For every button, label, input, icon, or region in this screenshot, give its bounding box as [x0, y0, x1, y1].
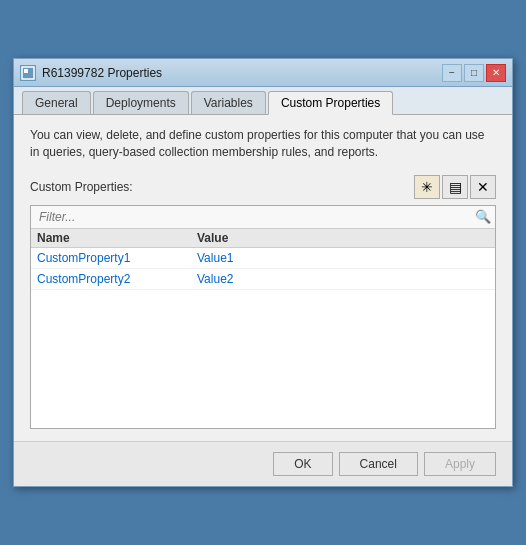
cell-value-2: Value2 [197, 272, 489, 286]
tab-content: You can view, delete, and define custom … [14, 115, 512, 441]
cancel-button[interactable]: Cancel [339, 452, 418, 476]
filter-input[interactable] [35, 208, 475, 226]
filter-row: 🔍 [31, 206, 495, 229]
table-row[interactable]: CustomProperty2 Value2 [31, 269, 495, 290]
description-text: You can view, delete, and define custom … [30, 127, 496, 161]
apply-button[interactable]: Apply [424, 452, 496, 476]
column-header-name: Name [37, 231, 197, 245]
edit-property-button[interactable]: ▤ [442, 175, 468, 199]
footer: OK Cancel Apply [14, 441, 512, 486]
window-title: R61399782 Properties [42, 66, 162, 80]
title-bar: R61399782 Properties − □ ✕ [14, 59, 512, 87]
tab-general[interactable]: General [22, 91, 91, 114]
table-body: CustomProperty1 Value1 CustomProperty2 V… [31, 248, 495, 428]
ok-button[interactable]: OK [273, 452, 332, 476]
section-label: Custom Properties: [30, 180, 133, 194]
tab-variables[interactable]: Variables [191, 91, 266, 114]
section-header: Custom Properties: ✳ ▤ ✕ [30, 175, 496, 199]
maximize-button[interactable]: □ [464, 64, 484, 82]
cell-name-2: CustomProperty2 [37, 272, 197, 286]
table-row[interactable]: CustomProperty1 Value1 [31, 248, 495, 269]
svg-rect-1 [24, 69, 28, 73]
toolbar-buttons: ✳ ▤ ✕ [414, 175, 496, 199]
tab-bar: General Deployments Variables Custom Pro… [14, 87, 512, 115]
delete-property-button[interactable]: ✕ [470, 175, 496, 199]
window-icon [20, 65, 36, 81]
tab-custom-properties[interactable]: Custom Properties [268, 91, 393, 115]
cell-value-1: Value1 [197, 251, 489, 265]
properties-table: 🔍 Name Value CustomProperty1 Value1 Cust… [30, 205, 496, 429]
main-window: R61399782 Properties − □ ✕ General Deplo… [13, 58, 513, 487]
cell-name-1: CustomProperty1 [37, 251, 197, 265]
add-property-button[interactable]: ✳ [414, 175, 440, 199]
column-header-value: Value [197, 231, 489, 245]
title-buttons: − □ ✕ [442, 64, 506, 82]
search-icon: 🔍 [475, 209, 491, 224]
close-button[interactable]: ✕ [486, 64, 506, 82]
title-bar-left: R61399782 Properties [20, 65, 162, 81]
minimize-button[interactable]: − [442, 64, 462, 82]
table-header: Name Value [31, 229, 495, 248]
tab-deployments[interactable]: Deployments [93, 91, 189, 114]
